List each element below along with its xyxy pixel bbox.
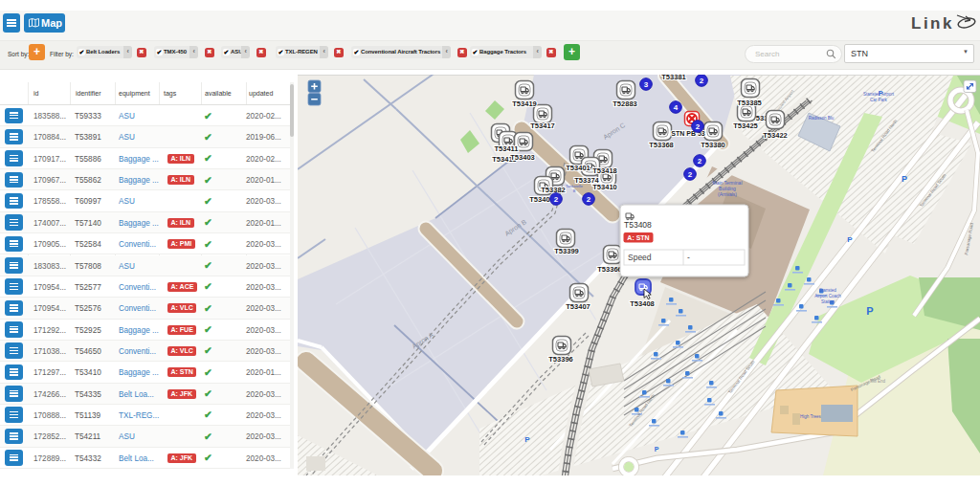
svg-text:T53380: T53380 <box>701 141 724 149</box>
svg-text:P: P <box>847 235 853 244</box>
svg-text:T53422: T53422 <box>763 131 787 140</box>
svg-text:T53403: T53403 <box>510 153 534 162</box>
svg-text:T52883: T52883 <box>612 99 636 108</box>
svg-text:(Arrivals): (Arrivals) <box>718 191 737 197</box>
svg-text:T53419: T53419 <box>512 99 536 108</box>
svg-text:Mill End: Mill End <box>870 379 886 384</box>
svg-text:2: 2 <box>688 170 693 179</box>
svg-text:2: 2 <box>696 122 701 131</box>
svg-text:P: P <box>655 446 659 453</box>
svg-text:Radisson Blu: Radisson Blu <box>809 116 835 121</box>
svg-text:4: 4 <box>674 103 679 112</box>
svg-text:T53425: T53425 <box>733 122 757 130</box>
svg-text:Speed: Speed <box>628 253 652 262</box>
svg-text:P: P <box>866 305 873 317</box>
svg-text:Airport Coach: Airport Coach <box>814 294 841 298</box>
svg-text:3: 3 <box>644 80 649 89</box>
svg-text:T53408: T53408 <box>624 220 652 230</box>
svg-text:T53382: T53382 <box>541 186 565 194</box>
svg-text:T53417: T53417 <box>530 122 554 130</box>
svg-text:-: - <box>687 253 690 262</box>
svg-text:High Trees: High Trees <box>800 414 822 419</box>
svg-text:T53401: T53401 <box>566 164 590 172</box>
svg-text:T53408: T53408 <box>630 299 654 308</box>
svg-text:2: 2 <box>700 77 704 85</box>
svg-text:Car Park: Car Park <box>870 98 888 102</box>
svg-text:Stansted: Stansted <box>819 288 836 293</box>
svg-text:T53381: T53381 <box>661 75 685 81</box>
svg-text:T53407: T53407 <box>566 302 590 311</box>
svg-text:T53418: T53418 <box>592 166 616 175</box>
svg-text:2: 2 <box>554 195 559 204</box>
svg-text:T53411: T53411 <box>494 144 518 153</box>
svg-text:2: 2 <box>698 157 702 166</box>
svg-text:2: 2 <box>587 195 591 204</box>
svg-text:Station: Station <box>821 299 835 304</box>
svg-text:T53385: T53385 <box>737 99 761 107</box>
svg-text:T53410: T53410 <box>592 183 616 191</box>
svg-text:Stansted Airport: Stansted Airport <box>863 92 895 97</box>
svg-text:T53368: T53368 <box>649 141 673 149</box>
svg-text:B: B <box>573 188 576 193</box>
svg-text:T53396: T53396 <box>548 355 572 364</box>
svg-text:P: P <box>902 174 907 184</box>
svg-text:T53366: T53366 <box>597 265 621 274</box>
svg-text:T53399: T53399 <box>554 247 578 255</box>
svg-text:A: STN: A: STN <box>627 234 649 241</box>
svg-text:P: P <box>524 435 530 444</box>
